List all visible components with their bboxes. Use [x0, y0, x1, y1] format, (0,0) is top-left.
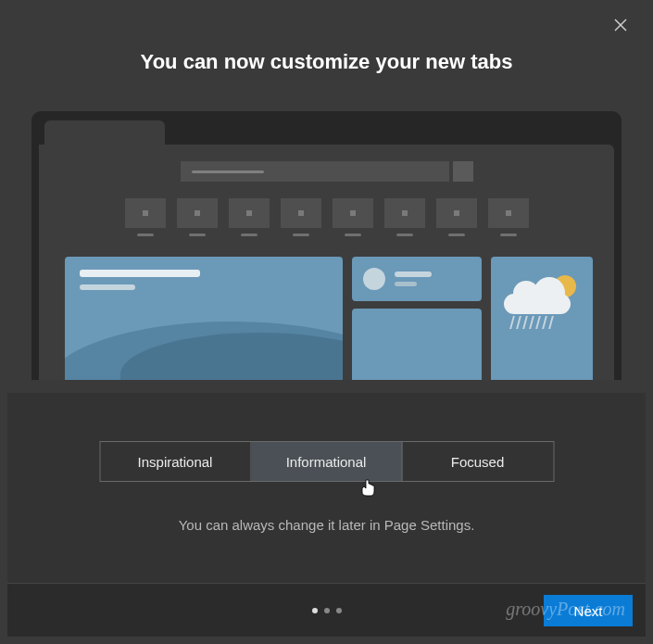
- mock-news-cards: [65, 257, 588, 380]
- close-icon: [614, 19, 627, 32]
- next-button[interactable]: Next: [544, 595, 633, 626]
- layout-preview: [20, 111, 633, 380]
- tab-informational[interactable]: Informational: [251, 442, 402, 481]
- tab-focused[interactable]: Focused: [402, 442, 553, 481]
- cloud-icon: [504, 283, 571, 314]
- pager-dot[interactable]: [324, 608, 330, 613]
- mock-profile-card: [352, 257, 482, 301]
- bottom-panel: [7, 393, 646, 597]
- browser-mock-tab: [44, 120, 165, 146]
- mock-search-bar: [181, 161, 449, 182]
- pager-dot[interactable]: [336, 608, 342, 613]
- mock-news-card-large: [65, 257, 343, 380]
- mock-weather-card: [491, 257, 593, 380]
- tab-inspirational[interactable]: Inspirational: [100, 442, 251, 481]
- layout-tab-selector: Inspirational Informational Focused: [99, 441, 554, 482]
- mock-card-small: [352, 309, 482, 380]
- browser-mock-content: [39, 145, 614, 380]
- avatar-icon: [363, 268, 385, 290]
- onboarding-dialog: You can now customize your new tabs: [4, 4, 649, 640]
- rain-icon: [511, 316, 552, 329]
- step-pager: [312, 608, 342, 613]
- mock-speed-dials: [65, 198, 588, 236]
- dialog-title: You can now customize your new tabs: [4, 50, 649, 74]
- dialog-footer: Next: [7, 583, 646, 637]
- mock-search-button: [453, 161, 473, 182]
- pager-dot[interactable]: [312, 608, 318, 613]
- mock-search-row: [65, 161, 588, 182]
- browser-mock-frame: [31, 111, 622, 380]
- dialog-subtitle: You can always change it later in Page S…: [4, 517, 649, 533]
- close-button[interactable]: [614, 19, 633, 37]
